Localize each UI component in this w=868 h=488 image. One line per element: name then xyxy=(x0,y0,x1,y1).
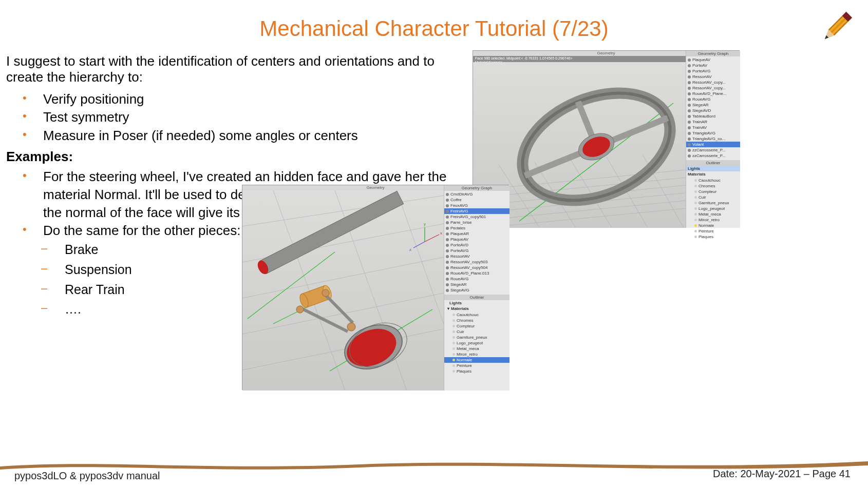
material-item: Garniture_pneux xyxy=(686,200,740,206)
geometry-item: TrainAV xyxy=(686,125,740,130)
bullet-item: Measure in Poser (if needed) some angles… xyxy=(18,127,468,145)
page-title: Mechanical Character Tutorial (7/23) xyxy=(0,0,868,53)
material-item: Plaques xyxy=(444,368,510,374)
svg-text:x: x xyxy=(440,231,442,236)
material-item: Logo_peugeot xyxy=(444,340,510,346)
materials-row: ▾ Materials xyxy=(444,306,510,311)
geometry-item: TrainAR xyxy=(686,119,740,125)
geometry-item: Coffre xyxy=(444,197,510,203)
geometry-item: Parre_brise xyxy=(444,220,510,225)
geometry-graph-panel: Geometry Graph PlaqueAVPorteAVPorteAVGRe… xyxy=(686,51,740,228)
material-item: Compteur xyxy=(686,189,740,194)
bullet-item: Verify positioning xyxy=(18,90,468,108)
material-item: Logo_peugeot xyxy=(686,206,740,211)
geometry-item: FreinAVG_copy501 xyxy=(444,214,510,220)
svg-point-49 xyxy=(296,306,304,313)
geometry-item: PorteAV xyxy=(686,63,740,68)
screenshot-brake: Geometry x y z xyxy=(242,185,509,390)
pencil-icon xyxy=(816,6,858,48)
viewport-3d: x y z xyxy=(242,190,444,391)
geometry-item: RoueAVG xyxy=(444,276,510,282)
geometry-item: PlaqueAR xyxy=(444,231,510,237)
material-item: Miroir_retro xyxy=(686,217,740,223)
geometry-item: TriangleAVG xyxy=(686,130,740,136)
geometry-item: RoueAVG xyxy=(686,96,740,102)
footer-right: Date: 20-May-2021 – Page 41 xyxy=(713,468,851,480)
intro-text: I suggest to start with the identificati… xyxy=(6,53,468,85)
svg-line-48 xyxy=(325,294,353,323)
geometry-item: RessortAV_copy... xyxy=(686,80,740,85)
geometry-item: TableauBord xyxy=(686,113,740,119)
geometry-item: SiegeAVG xyxy=(444,287,510,293)
material-item: Caoutchouc xyxy=(444,312,510,318)
examples-heading: Examples: xyxy=(6,149,468,165)
material-item: Cuir xyxy=(444,329,510,335)
svg-rect-39 xyxy=(260,191,404,274)
svg-point-51 xyxy=(347,323,355,331)
material-item: Garniture_pneux xyxy=(444,335,510,340)
geometry-item: SiegeAR xyxy=(444,282,510,287)
svg-line-29 xyxy=(242,329,444,370)
material-item: Metal_meca xyxy=(444,346,510,352)
screenshot-steering-wheel: Geometry Face 980 selected. Midpoint:< -… xyxy=(473,50,740,227)
geometry-item: RessortAV_copy503 xyxy=(444,259,510,265)
geometry-item: RessortAV_copy504 xyxy=(444,265,510,270)
material-item: Compteur xyxy=(444,323,510,329)
geometry-item: TriangleAVG_co... xyxy=(686,136,740,142)
material-item: Caoutchouc xyxy=(686,178,740,183)
graph-title: Geometry Graph xyxy=(444,185,510,191)
footer: pypos3dLO & pypos3dv manual Date: 20-May… xyxy=(0,457,868,488)
footer-left: pypos3dLO & pypos3dv manual xyxy=(14,470,160,482)
geometry-graph-panel: Geometry Graph CmdDirAVGCoffreFeuxAVGFre… xyxy=(444,185,510,391)
geometry-item: PlaqueAV xyxy=(686,57,740,63)
material-item: Plaques xyxy=(686,234,740,240)
material-item: Chromes xyxy=(444,318,510,323)
svg-point-50 xyxy=(322,289,329,297)
geometry-item: PlaqueAV xyxy=(444,237,510,242)
material-item: Miroir_retro xyxy=(444,352,510,357)
geometry-item: PorteAVD xyxy=(444,242,510,248)
lights-row: Lights xyxy=(686,166,740,171)
geometry-item: zzCarrosserie_P... xyxy=(686,153,740,159)
geometry-item: RessortAV xyxy=(444,253,510,259)
geometry-item: Volant xyxy=(686,142,740,147)
outliner-title: Outliner xyxy=(686,160,740,166)
svg-line-33 xyxy=(425,235,439,242)
geometry-item: RoueAVD_Plane.013 xyxy=(444,270,510,276)
outliner-title: Outliner xyxy=(444,295,510,300)
geometry-item: CmdDirAVG xyxy=(444,191,510,197)
bullet-item: Test symmetry xyxy=(18,108,468,126)
material-item: Peinture xyxy=(686,228,740,234)
svg-text:y: y xyxy=(424,222,426,226)
material-item: Peinture xyxy=(444,363,510,368)
geometry-item: SiegeAR xyxy=(686,102,740,108)
geometry-item: FeuxAVG xyxy=(444,203,510,208)
geometry-item: FreinAVG xyxy=(444,208,510,214)
geometry-item: PorteAVG xyxy=(686,68,740,74)
geometry-item: PorteAVG xyxy=(444,248,510,253)
materials-row: Materials xyxy=(686,171,740,177)
geometry-item: Pedales xyxy=(444,225,510,231)
material-item: Normale xyxy=(686,223,740,228)
geometry-item: RoueAVD_Plane... xyxy=(686,91,740,96)
material-item: Metal_meca xyxy=(686,211,740,217)
lights-row: Lights xyxy=(444,300,510,306)
svg-text:z: z xyxy=(409,247,411,252)
geometry-item: zzCarrosserie_P... xyxy=(686,147,740,153)
material-item: Normale xyxy=(444,357,510,363)
material-item: Chromes xyxy=(686,183,740,189)
graph-title: Geometry Graph xyxy=(686,51,740,56)
material-item: Cuir xyxy=(686,194,740,200)
svg-line-32 xyxy=(397,190,444,324)
geometry-item: RessortAV xyxy=(686,74,740,80)
geometry-item: RessortAV_copy... xyxy=(686,85,740,91)
geometry-item: SiegeAVD xyxy=(686,108,740,113)
bullet-list: Verify positioning Test symmetry Measure… xyxy=(18,90,468,144)
